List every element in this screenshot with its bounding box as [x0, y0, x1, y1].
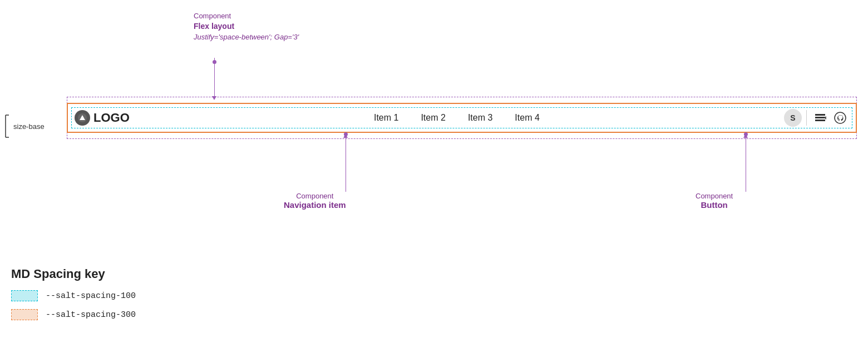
spacing-label-300: --salt-spacing-300	[46, 310, 136, 320]
diagram-area: Component Flex layout Justify='space-bet…	[0, 0, 868, 348]
stack-icon-button[interactable]	[811, 109, 829, 127]
nav-item-annotation: Component Navigation item	[284, 192, 346, 210]
logo-svg-icon	[77, 113, 87, 123]
spacing-label-100: --salt-spacing-100	[46, 291, 136, 301]
spacing-key-title: MD Spacing key	[11, 267, 136, 281]
nav-item-3[interactable]: Item 3	[466, 113, 495, 123]
arrow-button	[746, 135, 746, 192]
spacing-swatch-orange	[11, 309, 38, 320]
spacing-item-orange: --salt-spacing-300	[11, 309, 136, 320]
button-annotation: Component Button	[696, 192, 733, 210]
flex-layout-annotation: Component Flex layout Justify='space-bet…	[194, 11, 299, 42]
svg-rect-6	[815, 117, 825, 118]
svg-marker-8	[824, 116, 826, 120]
spacing-swatch-teal	[11, 290, 38, 301]
nav-items-group: Item 1 Item 2 Item 3 Item 4	[372, 113, 542, 123]
nav-item-4[interactable]: Item 4	[512, 113, 541, 123]
btn-annotation-title: Button	[696, 200, 733, 210]
svg-rect-7	[815, 120, 825, 121]
navbar: LOGO Item 1 Item 2 Item 3 Item 4 S	[67, 103, 857, 133]
arrow-nav-item	[346, 135, 346, 192]
spacing-key-section: MD Spacing key --salt-spacing-100 --salt…	[11, 267, 136, 328]
logo-icon	[75, 110, 90, 126]
annotation-component-label: Component	[194, 11, 299, 21]
nav-item-1[interactable]: Item 1	[372, 113, 401, 123]
divider-1	[806, 110, 807, 126]
svg-rect-5	[815, 114, 825, 116]
btn-annotation-component-label: Component	[696, 192, 733, 200]
size-base-bracket-icon	[1, 114, 10, 138]
github-icon-button[interactable]	[831, 109, 849, 127]
spacing-item-teal: --salt-spacing-100	[11, 290, 136, 301]
user-avatar-button[interactable]: S	[784, 109, 802, 127]
logo-text: LOGO	[93, 111, 130, 125]
annotation-flex-subtitle: Justify='space-between'; Gap='3'	[194, 32, 299, 42]
size-base-label: size-base	[1, 114, 45, 138]
svg-point-9	[835, 112, 846, 123]
nav-annotation-title: Navigation item	[284, 200, 346, 210]
nav-item-2[interactable]: Item 2	[418, 113, 447, 123]
logo-area[interactable]: LOGO	[75, 110, 130, 126]
nav-annotation-component-label: Component	[284, 192, 346, 200]
arrow-flex	[214, 58, 215, 97]
stack-icon	[814, 112, 826, 124]
github-icon	[834, 112, 846, 124]
right-buttons-group: S	[784, 109, 849, 127]
annotation-flex-title: Flex layout	[194, 21, 299, 32]
